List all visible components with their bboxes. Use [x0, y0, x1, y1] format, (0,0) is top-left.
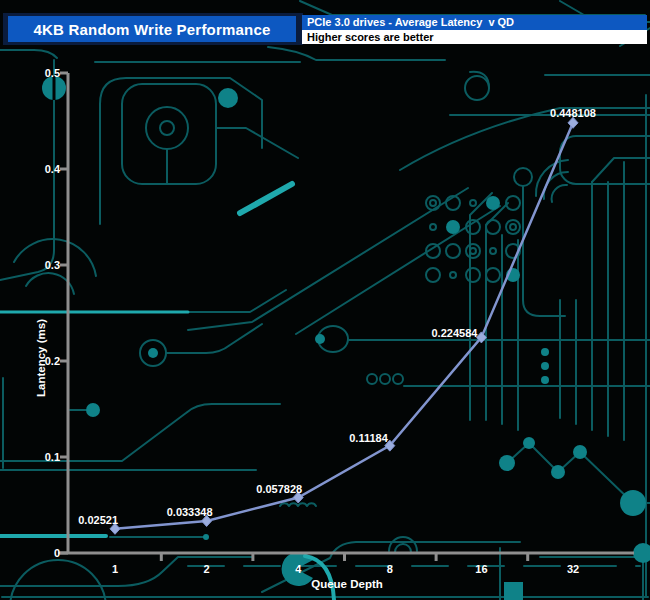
svg-text:1: 1 [112, 563, 118, 575]
svg-text:32: 32 [567, 563, 579, 575]
svg-text:16: 16 [475, 563, 487, 575]
x-axis-title: Queue Depth [311, 578, 383, 590]
axes [58, 73, 634, 561]
tick-labels: 00.10.20.30.40.512481632 [45, 67, 579, 575]
svg-text:0.033348: 0.033348 [167, 506, 213, 518]
svg-text:0.057828: 0.057828 [256, 483, 302, 495]
svg-text:0.448108: 0.448108 [550, 107, 596, 119]
data-point-marker [568, 117, 578, 128]
svg-text:0.4: 0.4 [45, 163, 61, 175]
svg-text:0.3: 0.3 [45, 259, 60, 271]
svg-text:0.1: 0.1 [45, 451, 60, 463]
svg-text:0.5: 0.5 [45, 67, 60, 79]
svg-text:4: 4 [295, 563, 302, 575]
series-line [115, 123, 573, 529]
svg-text:0.224584: 0.224584 [432, 327, 479, 339]
svg-text:2: 2 [204, 563, 210, 575]
svg-text:0: 0 [54, 547, 60, 559]
point-labels: 0.025210.0333480.0578280.111840.2245840.… [78, 107, 596, 526]
svg-text:0.02521: 0.02521 [78, 514, 118, 526]
latency-line-chart: 00.10.20.30.40.512481632Lantency (ms)Que… [0, 0, 650, 600]
svg-text:0.11184: 0.11184 [349, 432, 388, 444]
chart-canvas: 4KB Random Write Performance PCIe 3.0 dr… [0, 0, 650, 600]
svg-text:8: 8 [387, 563, 393, 575]
y-axis-title: Lantency (ms) [35, 319, 47, 397]
